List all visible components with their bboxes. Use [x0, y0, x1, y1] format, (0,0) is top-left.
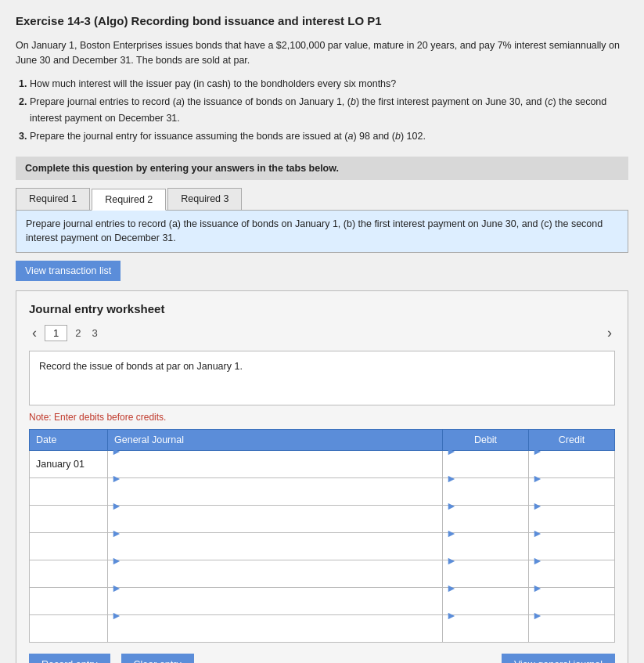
date-cell-6	[30, 588, 108, 615]
step-prev-button[interactable]: ‹	[29, 325, 40, 341]
credit-arrow-6: ►	[529, 582, 543, 594]
credit-arrow-3: ►	[529, 499, 543, 512]
journal-input-2[interactable]	[108, 485, 442, 511]
tabs: Required 1 Required 2 Required 3	[16, 188, 628, 211]
step-active-box: 1	[45, 325, 67, 341]
step-next-button[interactable]: ›	[604, 325, 615, 341]
credit-arrow-2: ►	[529, 472, 543, 485]
record-entry-button[interactable]: Record entry	[29, 654, 110, 663]
credit-arrow-5: ►	[529, 554, 543, 567]
date-cell-2	[30, 478, 108, 506]
debit-arrow-1: ►	[443, 445, 457, 457]
journal-input-7[interactable]	[108, 622, 442, 648]
instruction-item-1: How much interest will the issuer pay (i…	[30, 76, 628, 92]
journal-input-3[interactable]	[108, 512, 442, 539]
tab-content: Prepare journal entries to record (a) th…	[16, 211, 628, 254]
date-cell-5	[30, 560, 108, 588]
credit-arrow-1: ►	[529, 445, 543, 457]
journal-arrow-5: ►	[108, 554, 122, 567]
debit-arrow-6: ►	[443, 582, 457, 594]
journal-input-6[interactable]	[108, 594, 442, 621]
intro-text: On January 1, Boston Enterprises issues …	[16, 38, 628, 68]
journal-arrow-2: ►	[108, 472, 122, 485]
instructions-list: How much interest will the issuer pay (i…	[30, 76, 628, 146]
journal-arrow-3: ►	[108, 499, 122, 512]
clear-entry-button[interactable]: Clear entry	[121, 654, 194, 663]
tab-required-1[interactable]: Required 1	[16, 188, 90, 210]
worksheet-title: Journal entry worksheet	[29, 302, 615, 315]
journal-cell-1: ►	[108, 451, 443, 478]
journal-arrow-6: ►	[108, 582, 122, 594]
step-3-label: 3	[88, 327, 100, 339]
journal-arrow-7: ►	[108, 609, 122, 622]
date-cell-3	[30, 506, 108, 533]
page-title: Exercise 14-3 (Algo) Recording bond issu…	[16, 14, 628, 27]
debit-input-7[interactable]	[443, 622, 528, 648]
tab-required-2[interactable]: Required 2	[92, 189, 166, 211]
worksheet-box: Journal entry worksheet ‹ 1 2 3 › Record…	[16, 290, 628, 663]
debit-arrow-5: ►	[443, 554, 457, 567]
view-transaction-button[interactable]: View transaction list	[16, 261, 121, 281]
date-cell-4	[30, 533, 108, 560]
date-cell-1: January 01	[30, 451, 108, 478]
col-date: Date	[30, 430, 108, 451]
record-description-box: Record the issue of bonds at par on Janu…	[29, 351, 615, 405]
debit-arrow-2: ►	[443, 472, 457, 485]
journal-table: Date General Journal Debit Credit Januar…	[29, 429, 615, 643]
view-general-journal-button[interactable]: View general journal	[502, 654, 615, 663]
complete-bar: Complete this question by entering your …	[16, 157, 628, 180]
journal-input-1[interactable]	[108, 457, 442, 484]
step-2-label: 2	[72, 327, 84, 339]
tab-required-3[interactable]: Required 3	[167, 188, 242, 210]
credit-input-7[interactable]	[529, 622, 614, 648]
debit-arrow-7: ►	[443, 609, 457, 622]
date-cell-7	[30, 615, 108, 643]
debit-arrow-3: ►	[443, 499, 457, 512]
journal-arrow-4: ►	[108, 527, 122, 539]
button-row: Record entry Clear entry View general jo…	[29, 654, 615, 663]
note-text: Note: Enter debits before credits.	[29, 412, 615, 423]
instruction-item-3: Prepare the journal entry for issuance a…	[30, 128, 628, 145]
col-general-journal: General Journal	[108, 430, 443, 451]
step-nav: ‹ 1 2 3 ›	[29, 325, 615, 341]
instruction-item-2: Prepare journal entries to record (a) th…	[30, 94, 628, 128]
credit-arrow-4: ►	[529, 527, 543, 539]
journal-arrow-1: ►	[108, 445, 122, 457]
credit-arrow-7: ►	[529, 609, 543, 622]
journal-input-4[interactable]	[108, 539, 442, 566]
journal-input-5[interactable]	[108, 567, 442, 593]
debit-arrow-4: ►	[443, 527, 457, 539]
